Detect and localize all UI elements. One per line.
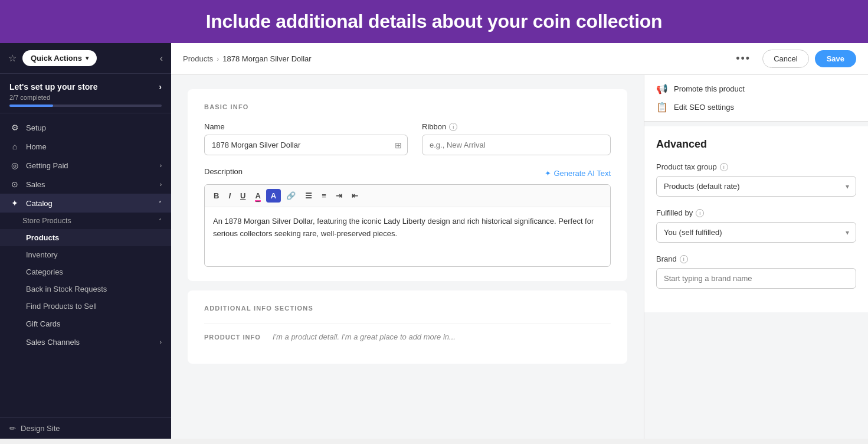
link-button[interactable]: 🔗: [282, 188, 300, 203]
tax-group-label: Product tax group i: [656, 162, 856, 171]
promote-product-link[interactable]: 📢 Promote this product: [656, 83, 856, 94]
sidebar-item-sales[interactable]: ⊙ Sales ›: [0, 175, 171, 194]
promote-icon: 📢: [656, 83, 668, 94]
basic-info-card: BASIC INFO Name ⊞ Ribbon: [188, 89, 627, 281]
fulfilled-by-select-wrapper: You (self fulfilled) ▾: [656, 222, 856, 243]
generate-ai-text-button[interactable]: ✦ Generate AI Text: [545, 169, 611, 178]
underline-button[interactable]: U: [236, 188, 250, 203]
italic-button[interactable]: I: [224, 188, 235, 203]
setup-section: Let's set up your store › 2/7 completed: [0, 74, 171, 113]
sidebar-label-sales-channels: Sales Channels: [26, 338, 80, 347]
sidebar-label-sales: Sales: [26, 180, 45, 189]
product-info-row: PRODUCT INFO I'm a product detail. I'm a…: [204, 324, 611, 350]
seo-label: Edit SEO settings: [674, 103, 734, 112]
indent-button[interactable]: ⇥: [332, 188, 346, 203]
setup-title-text: Let's set up your store: [9, 82, 98, 92]
sidebar-nav: ⚙ Setup ⌂ Home ◎ Getting Paid › ⊙ Sales …: [0, 113, 171, 417]
progress-bar-bg: [9, 105, 162, 107]
chevron-right-icon: ›: [159, 82, 162, 92]
cancel-button[interactable]: Cancel: [762, 50, 808, 68]
progress-bar-fill: [9, 105, 53, 107]
highlight-button[interactable]: A: [266, 189, 281, 203]
sidebar-item-inventory[interactable]: Inventory: [0, 246, 171, 263]
sidebar-label-store-products: Store Products: [22, 217, 71, 225]
outdent-button[interactable]: ⇤: [348, 188, 362, 203]
sidebar-item-getting-paid[interactable]: ◎ Getting Paid ›: [0, 156, 171, 175]
sidebar-item-setup[interactable]: ⚙ Setup: [0, 118, 171, 137]
sidebar-item-back-in-stock[interactable]: Back in Stock Requests: [0, 280, 171, 298]
additional-info-label: ADDITIONAL INFO SECTIONS: [204, 305, 611, 312]
quick-actions-button[interactable]: Quick Actions ▾: [22, 50, 97, 66]
unordered-list-button[interactable]: ☰: [301, 188, 316, 203]
sidebar-label-catalog: Catalog: [26, 199, 53, 208]
generate-ai-text-label: Generate AI Text: [553, 169, 611, 178]
right-panel-actions: 📢 Promote this product 📋 Edit SEO settin…: [644, 75, 868, 122]
edit-icon: ⊞: [395, 141, 402, 150]
ribbon-label: Ribbon i: [422, 122, 611, 131]
top-bar-actions: ••• Cancel Save: [730, 49, 856, 68]
sidebar-item-find-products[interactable]: Find Products to Sell: [0, 298, 171, 315]
sidebar-label-products: Products: [26, 233, 59, 242]
more-options-button[interactable]: •••: [730, 49, 756, 68]
collapse-sidebar-icon[interactable]: ‹: [160, 53, 163, 64]
name-ribbon-row: Name ⊞ Ribbon i: [204, 122, 611, 155]
sidebar-label-categories: Categories: [26, 267, 63, 276]
sidebar-item-categories[interactable]: Categories: [0, 263, 171, 280]
sidebar-top: ☆ Quick Actions ▾ ‹: [0, 43, 171, 74]
font-color-button[interactable]: A ‾: [251, 188, 264, 203]
sidebar-label-getting-paid: Getting Paid: [26, 161, 68, 170]
sidebar-label-home: Home: [26, 142, 47, 151]
design-site-footer[interactable]: ✏ Design Site: [0, 417, 171, 439]
chevron-right-icon: ›: [160, 162, 162, 169]
content-area: BASIC INFO Name ⊞ Ribbon: [171, 75, 868, 439]
pencil-icon: ✏: [9, 424, 16, 433]
advanced-title: Advanced: [656, 138, 856, 151]
name-field-group: Name ⊞: [204, 122, 408, 155]
sidebar-item-catalog[interactable]: ✦ Catalog ˄: [0, 194, 171, 213]
sidebar-item-home[interactable]: ⌂ Home: [0, 137, 171, 156]
sidebar-label-find-products: Find Products to Sell: [26, 302, 97, 311]
getting-paid-icon: ◎: [9, 161, 20, 170]
right-panel: 📢 Promote this product 📋 Edit SEO settin…: [644, 75, 868, 439]
chevron-down-icon: ▾: [86, 55, 89, 61]
sidebar-item-gift-cards[interactable]: Gift Cards: [0, 315, 171, 333]
sidebar: ☆ Quick Actions ▾ ‹ Let's set up your st…: [0, 43, 171, 439]
ribbon-input[interactable]: [422, 135, 611, 155]
sidebar-item-store-products[interactable]: Store Products ˄: [0, 213, 171, 229]
brand-label: Brand i: [656, 254, 856, 263]
setup-title-button[interactable]: Let's set up your store ›: [9, 82, 162, 92]
ribbon-field-group: Ribbon i: [422, 122, 611, 155]
brand-info-icon: i: [680, 255, 688, 263]
advanced-panel: Advanced Product tax group i Products (d…: [644, 126, 868, 312]
fulfilled-by-select[interactable]: You (self fulfilled): [656, 222, 856, 243]
main-content: Products › 1878 Morgan Silver Dollar •••…: [171, 43, 868, 439]
chevron-right-icon: ›: [160, 339, 162, 345]
edit-seo-link[interactable]: 📋 Edit SEO settings: [656, 102, 856, 113]
tax-group-select[interactable]: Products (default rate): [656, 176, 856, 197]
breadcrumb-products-link[interactable]: Products: [183, 54, 213, 63]
brand-input[interactable]: [656, 268, 856, 289]
ordered-list-button[interactable]: ≡: [317, 188, 330, 203]
save-button[interactable]: Save: [815, 50, 856, 67]
home-icon: ⌂: [9, 142, 20, 151]
product-info-section-label: PRODUCT INFO: [204, 334, 263, 341]
additional-info-card: ADDITIONAL INFO SECTIONS PRODUCT INFO I'…: [188, 290, 627, 364]
sidebar-item-products[interactable]: Products: [0, 229, 171, 246]
setup-icon: ⚙: [9, 123, 20, 132]
bold-button[interactable]: B: [209, 188, 223, 203]
description-editor: B I U A ‾ A 🔗 ☰ ≡ ⇥: [204, 184, 611, 267]
tax-group-field: Product tax group i Products (default ra…: [656, 162, 856, 197]
brand-field: Brand i: [656, 254, 856, 289]
promote-label: Promote this product: [674, 84, 745, 93]
sidebar-label-gift-cards: Gift Cards: [26, 319, 61, 328]
name-label: Name: [204, 122, 408, 131]
editor-toolbar: B I U A ‾ A 🔗 ☰ ≡ ⇥: [205, 185, 610, 207]
sidebar-item-sales-channels[interactable]: Sales Channels ›: [0, 333, 171, 351]
name-input[interactable]: [204, 135, 408, 155]
description-body[interactable]: An 1878 Morgan Silver Dollar, featuring …: [205, 207, 610, 266]
sales-icon: ⊙: [9, 179, 20, 189]
description-text: An 1878 Morgan Silver Dollar, featuring …: [213, 217, 594, 238]
form-panel: BASIC INFO Name ⊞ Ribbon: [171, 75, 644, 439]
page-banner: Include additional details about your co…: [0, 0, 868, 43]
chevron-up-icon: ˄: [159, 218, 162, 224]
